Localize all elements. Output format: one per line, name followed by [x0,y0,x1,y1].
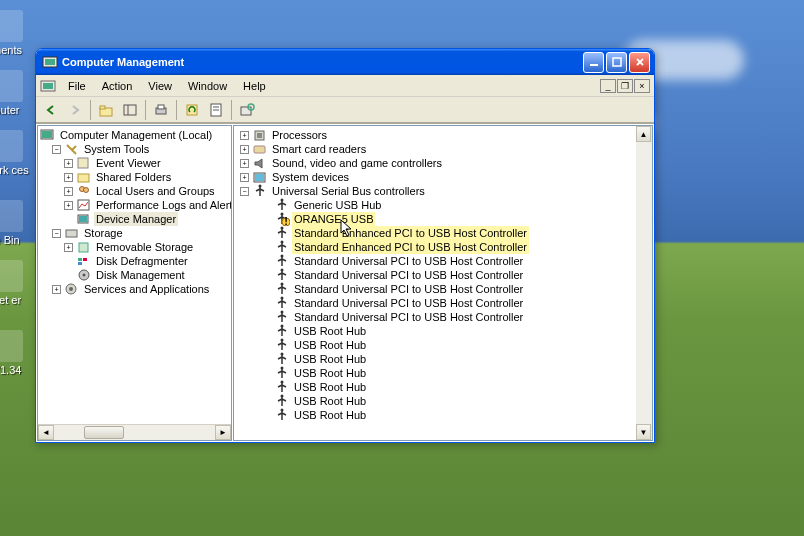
svg-rect-30 [83,258,87,261]
usb-device-icon [274,268,290,282]
expand-icon[interactable]: + [64,201,73,210]
scroll-thumb[interactable] [84,426,124,439]
scan-hardware-button[interactable] [236,99,258,121]
svg-rect-19 [42,131,52,138]
mdi-restore-button[interactable]: ❐ [617,79,633,93]
menubar: File Action View Window Help _ ❐ × [36,75,654,97]
scroll-left-button[interactable]: ◄ [38,425,54,440]
desktop-icon[interactable]: puter [0,70,32,116]
tree-node-shared-folders[interactable]: +Shared Folders [40,170,229,184]
expand-icon[interactable]: + [64,187,73,196]
maximize-button[interactable] [606,52,627,73]
titlebar[interactable]: Computer Management [36,49,654,75]
scroll-down-button[interactable]: ▼ [636,424,651,440]
tree-node-processors[interactable]: +Processors [236,128,634,142]
tree-node-usb-device[interactable]: USB Root Hub [236,338,634,352]
tree-node-sound[interactable]: +Sound, video and game controllers [236,156,634,170]
content-body: Computer Management (Local) −System Tool… [36,123,654,442]
svg-point-33 [83,274,86,277]
menu-help[interactable]: Help [235,78,274,94]
desktop-icon[interactable]: ments [0,10,32,56]
tree-node-usb-device[interactable]: Standard Enhanced PCI to USB Host Contro… [236,226,634,240]
print-button[interactable] [150,99,172,121]
tree-node-storage[interactable]: −Storage [40,226,229,240]
tree-node-smartcard[interactable]: +Smart card readers [236,142,634,156]
tree-node-defrag[interactable]: Disk Defragmenter [40,254,229,268]
svg-point-41 [259,185,262,188]
expand-icon[interactable]: + [64,243,73,252]
tree-node-usb-device[interactable]: USB Root Hub [236,380,634,394]
svg-point-55 [281,353,284,356]
mdi-minimize-button[interactable]: _ [600,79,616,93]
close-button[interactable] [629,52,650,73]
scroll-track[interactable] [636,142,652,424]
tree-node-performance[interactable]: +Performance Logs and Alert: [40,198,229,212]
properties-button[interactable] [205,99,227,121]
expand-icon[interactable]: + [64,159,73,168]
left-hscrollbar[interactable]: ◄ ► [38,424,231,440]
tree-node-usb-device[interactable]: !ORANGE5 USB [236,212,634,226]
tree-node-local-users[interactable]: +Local Users and Groups [40,184,229,198]
svg-rect-38 [254,146,265,153]
expand-icon[interactable]: + [52,285,61,294]
tree-node-system-devices[interactable]: +System devices [236,170,634,184]
expand-icon[interactable]: + [240,159,249,168]
tree-node-usb-device[interactable]: Standard Universal PCI to USB Host Contr… [236,254,634,268]
expand-icon[interactable]: + [240,131,249,140]
tree-node-usb-device[interactable]: USB Root Hub [236,408,634,422]
event-icon [76,156,92,170]
collapse-icon[interactable]: − [52,229,61,238]
tree-node-usb-device[interactable]: USB Root Hub [236,352,634,366]
tree-node-usb-device[interactable]: Standard Universal PCI to USB Host Contr… [236,310,634,324]
minimize-button[interactable] [583,52,604,73]
mdi-close-button[interactable]: × [634,79,650,93]
collapse-icon[interactable]: − [240,187,249,196]
tree-node-usb-device[interactable]: USB Root Hub [236,324,634,338]
tree-node-disk-mgmt[interactable]: Disk Management [40,268,229,282]
desktop-icon[interactable]: work ces [0,130,32,176]
collapse-icon[interactable]: − [52,145,61,154]
scroll-up-button[interactable]: ▲ [636,126,651,142]
tree-node-services[interactable]: +Services and Applications [40,282,229,296]
disk-icon [76,268,92,282]
refresh-button[interactable] [181,99,203,121]
tree-node-system-tools[interactable]: −System Tools [40,142,229,156]
menu-window[interactable]: Window [180,78,235,94]
tree-node-usb-device[interactable]: Standard Universal PCI to USB Host Contr… [236,268,634,282]
tree-node-usb-device[interactable]: Standard Enhanced PCI to USB Host Contro… [236,240,634,254]
expand-icon[interactable]: + [64,173,73,182]
mmc-tree[interactable]: Computer Management (Local) −System Tool… [38,126,231,424]
desktop-icon[interactable]: e Bin [0,200,32,246]
tree-node-root[interactable]: Computer Management (Local) [40,128,229,142]
device-tree[interactable]: +Processors +Smart card readers +Sound, … [234,126,636,424]
tree-node-usb-device[interactable]: Generic USB Hub [236,198,634,212]
tree-node-usb-device[interactable]: USB Root Hub [236,366,634,380]
back-button[interactable] [40,99,62,121]
svg-point-35 [69,287,73,291]
scroll-track[interactable] [54,425,215,440]
tree-node-event-viewer[interactable]: +Event Viewer [40,156,229,170]
menu-file[interactable]: File [60,78,94,94]
device-label: USB Root Hub [292,324,368,338]
tree-node-removable[interactable]: +Removable Storage [40,240,229,254]
usb-device-icon [274,296,290,310]
expand-icon[interactable]: + [240,145,249,154]
right-vscrollbar[interactable]: ▲ ▼ [636,126,652,440]
expand-icon[interactable]: + [240,173,249,182]
removable-icon [76,240,92,254]
forward-button[interactable] [64,99,86,121]
desktop-icon[interactable]: V1.34 [0,330,32,376]
up-icon[interactable] [95,99,117,121]
device-label: USB Root Hub [292,408,368,422]
tree-node-device-manager[interactable]: Device Manager [40,212,229,226]
tree-node-usb-controllers[interactable]: −Universal Serial Bus controllers [236,184,634,198]
menu-action[interactable]: Action [94,78,141,94]
scroll-right-button[interactable]: ► [215,425,231,440]
tree-node-usb-device[interactable]: USB Root Hub [236,394,634,408]
desktop-icon[interactable]: net er [0,260,32,306]
tree-node-usb-device[interactable]: Standard Universal PCI to USB Host Contr… [236,296,634,310]
cpu-icon [252,128,268,142]
show-hide-tree-button[interactable] [119,99,141,121]
tree-node-usb-device[interactable]: Standard Universal PCI to USB Host Contr… [236,282,634,296]
menu-view[interactable]: View [140,78,180,94]
